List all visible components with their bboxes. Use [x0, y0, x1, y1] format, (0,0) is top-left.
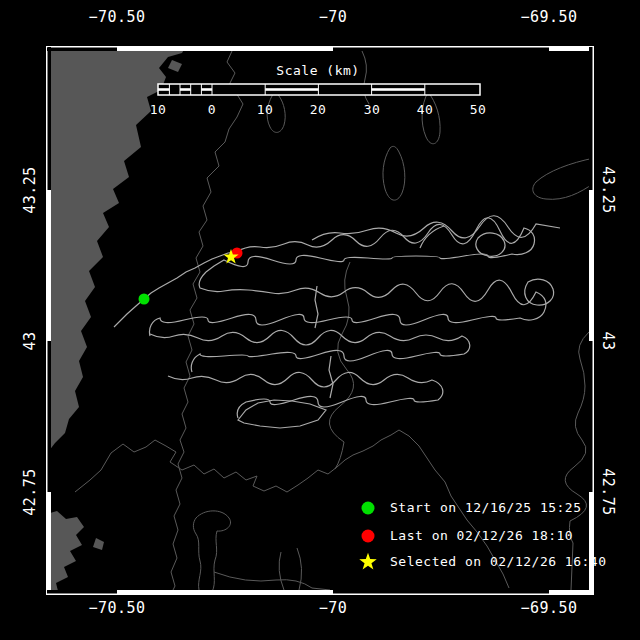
scale-bar-title: Scale (km) — [276, 63, 359, 78]
legend-last-label: Last on 02/12/26 18:10 — [390, 528, 573, 544]
legend-selected-star-icon — [359, 553, 376, 570]
trajectory-path — [168, 372, 443, 418]
legend-start-icon — [362, 502, 375, 515]
trajectory-path — [315, 226, 444, 398]
contour-line — [279, 548, 301, 590]
trajectory-path — [476, 233, 505, 256]
islet — [168, 60, 182, 72]
axis-label-top-1: −70.50 — [88, 8, 145, 26]
axis-label-bottom-1: −70.50 — [88, 599, 145, 617]
axis-label-right-3: 42.75 — [599, 468, 617, 516]
scale-label-50: 50 — [470, 102, 487, 117]
axis-label-left-3: 42.75 — [21, 468, 39, 516]
trajectory-tracks — [114, 216, 560, 428]
contour-line — [362, 51, 369, 104]
drifter-track-map-view: −70.50 −70 −69.50 −70.50 −70 −69.50 43.2… — [0, 0, 640, 640]
scale-label-minus10: 10 — [150, 102, 167, 117]
scale-bar — [158, 84, 480, 95]
axis-label-right-2: 43 — [599, 331, 617, 350]
trajectory-path — [525, 279, 554, 305]
map-canvas[interactable] — [0, 0, 640, 640]
scale-label-10: 10 — [257, 102, 274, 117]
axis-label-top-2: −70 — [319, 8, 348, 26]
scale-label-20: 20 — [310, 102, 327, 117]
axis-label-left-1: 43.25 — [21, 166, 39, 214]
axis-label-right-1: 43.25 — [599, 166, 617, 214]
scale-label-30: 30 — [364, 102, 381, 117]
islet — [93, 538, 104, 550]
legend-markers — [359, 502, 376, 570]
legend-selected-label: Selected on 02/12/26 16:40 — [390, 554, 607, 570]
legend-start-label: Start on 12/16/25 15:25 — [390, 500, 582, 516]
contour-line — [533, 158, 594, 199]
axis-label-bottom-2: −70 — [319, 599, 348, 617]
trajectory-path — [206, 218, 535, 272]
land-polygons — [46, 46, 186, 591]
axis-label-bottom-3: −69.50 — [520, 599, 577, 617]
contour-line — [214, 572, 330, 590]
start-marker[interactable] — [139, 294, 150, 305]
trajectory-path — [238, 400, 326, 428]
scale-label-40: 40 — [417, 102, 434, 117]
axis-label-left-2: 43 — [21, 331, 39, 350]
island-land — [46, 511, 84, 591]
contour-line — [383, 146, 405, 200]
trajectory-path — [150, 330, 470, 372]
map-markers — [139, 248, 243, 305]
contour-line — [422, 92, 440, 144]
scale-label-0: 0 — [208, 102, 216, 117]
contour-line — [193, 511, 230, 597]
trajectory-path — [149, 272, 545, 336]
axis-label-top-3: −69.50 — [520, 8, 577, 26]
legend-last-icon — [362, 530, 375, 543]
contour-line — [565, 332, 589, 590]
